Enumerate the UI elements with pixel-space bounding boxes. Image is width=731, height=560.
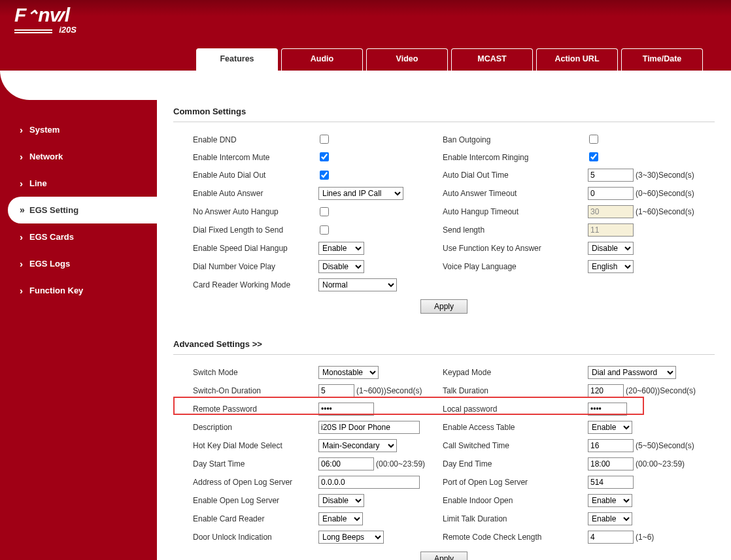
tab-audio[interactable]: Audio — [281, 48, 363, 71]
tab-time-date[interactable]: Time/Date — [621, 48, 703, 71]
tab-action-url[interactable]: Action URL — [536, 48, 618, 71]
ban-outgoing-checkbox[interactable] — [589, 135, 598, 144]
enable-intercom-ringing-label: Enable Intercom Ringing — [443, 152, 586, 163]
day-start-time-input[interactable] — [318, 457, 374, 470]
use-function-key-label: Use Function Key to Answer — [443, 242, 586, 254]
local-password-input[interactable] — [588, 403, 627, 416]
tab-bar: FeaturesAudioVideoMCASTAction URLTime/Da… — [0, 41, 731, 71]
description-label: Description — [193, 421, 317, 433]
auto-answer-timeout-input[interactable] — [588, 187, 634, 200]
switch-mode-select[interactable]: Monostable — [318, 366, 379, 379]
enable-speed-dial-hangup-label: Enable Speed Dial Hangup — [193, 242, 317, 254]
sidebar-item-function-key[interactable]: Function Key — [0, 277, 157, 304]
voice-play-language-select[interactable]: English — [588, 260, 634, 273]
app-header: F⌃nvıl i20S — [0, 0, 731, 41]
dial-fixed-length-checkbox[interactable] — [320, 225, 329, 235]
day-end-time-input[interactable] — [588, 457, 634, 470]
port-open-log-label: Port of Open Log Server — [443, 476, 586, 488]
day-end-time-label: Day End Time — [443, 458, 586, 470]
enable-intercom-mute-checkbox[interactable] — [320, 152, 329, 161]
keypad-mode-label: Keypad Mode — [443, 367, 586, 378]
switch-on-duration-input[interactable] — [318, 384, 354, 397]
sidebar-item-egs-cards[interactable]: EGS Cards — [0, 223, 157, 250]
remote-code-check-length-input[interactable] — [588, 531, 634, 544]
enable-auto-answer-select[interactable]: Lines and IP Call — [318, 187, 403, 200]
enable-intercom-ringing-checkbox[interactable] — [589, 152, 598, 161]
switch-on-duration-hint: (1~600))Second(s) — [356, 386, 422, 395]
tab-video[interactable]: Video — [366, 48, 448, 71]
dial-number-voice-play-select[interactable]: Disable — [318, 260, 364, 273]
auto-answer-timeout-label: Auto Answer Timeout — [443, 188, 586, 199]
brand-name: F⌃nvıl — [14, 5, 731, 25]
sidebar-item-egs-logs[interactable]: EGS Logs — [0, 250, 157, 277]
enable-speed-dial-hangup-select[interactable]: Enable — [318, 242, 364, 255]
call-switched-time-label: Call Switched Time — [443, 440, 586, 452]
auto-dial-out-time-hint: (3~30)Second(s) — [636, 171, 694, 180]
enable-dnd-checkbox[interactable] — [320, 135, 329, 144]
enable-indoor-open-label: Enable Indoor Open — [443, 495, 586, 506]
voice-play-language-label: Voice Play Language — [443, 261, 586, 272]
day-end-time-hint: (00:00~23:59) — [636, 459, 685, 469]
brand-model: i20S — [14, 25, 76, 35]
main-content: Common Settings Enable DND Ban Outgoing … — [157, 71, 731, 560]
sidebar-item-system[interactable]: System — [0, 116, 157, 143]
tab-features[interactable]: Features — [196, 48, 278, 71]
section-common-header: Common Settings — [173, 107, 715, 122]
tab-mcast[interactable]: MCAST — [451, 48, 533, 71]
apply-advanced-button[interactable]: Apply — [420, 552, 468, 560]
sidebar-item-network[interactable]: Network — [0, 143, 157, 170]
no-answer-auto-hangup-checkbox[interactable] — [320, 207, 329, 216]
port-open-log-input[interactable] — [588, 476, 634, 489]
remote-password-label: Remote Password — [193, 403, 317, 415]
sidebar-item-egs-setting[interactable]: EGS Setting — [8, 197, 157, 223]
sidebar-item-line[interactable]: Line — [0, 170, 157, 197]
day-start-time-hint: (00:00~23:59) — [376, 459, 425, 469]
enable-open-log-server-select[interactable]: Disable — [318, 494, 364, 507]
auto-hangup-timeout-hint: (1~60)Second(s) — [636, 207, 694, 216]
keypad-mode-select[interactable]: Dial and Password — [588, 366, 676, 379]
local-password-label: Local password — [443, 403, 586, 415]
apply-common-button[interactable]: Apply — [420, 299, 468, 314]
enable-auto-dial-out-checkbox[interactable] — [320, 171, 329, 180]
call-switched-time-hint: (5~50)Second(s) — [636, 441, 694, 450]
advanced-settings-grid: Switch Mode Monostable Keypad Mode Dial … — [193, 365, 715, 545]
enable-dnd-label: Enable DND — [193, 134, 317, 146]
switch-on-duration-label: Switch-On Duration — [193, 385, 317, 397]
send-length-label: Send length — [443, 224, 586, 236]
enable-card-reader-select[interactable]: Enable — [318, 512, 363, 525]
limit-talk-duration-select[interactable]: Enable — [588, 512, 632, 525]
enable-open-log-server-label: Enable Open Log Server — [193, 495, 317, 506]
call-switched-time-input[interactable] — [588, 439, 634, 452]
enable-access-table-select[interactable]: Enable — [588, 421, 632, 434]
address-open-log-input[interactable] — [318, 476, 420, 489]
section-advanced-header[interactable]: Advanced Settings >> — [173, 339, 715, 355]
dial-fixed-length-label: Dial Fixed Length to Send — [193, 224, 317, 236]
hot-key-dial-mode-select[interactable]: Main-Secondary — [318, 439, 397, 452]
use-function-key-select[interactable]: Disable — [588, 242, 634, 255]
switch-mode-label: Switch Mode — [193, 367, 317, 378]
auto-dial-out-time-input[interactable] — [588, 169, 634, 182]
remote-code-check-length-hint: (1~6) — [636, 533, 654, 542]
auto-answer-timeout-hint: (0~60)Second(s) — [636, 189, 694, 198]
card-reader-mode-select[interactable]: Normal — [318, 278, 397, 291]
ban-outgoing-label: Ban Outgoing — [443, 134, 586, 146]
door-unlock-indication-select[interactable]: Long Beeps — [318, 531, 384, 544]
dial-number-voice-play-label: Dial Number Voice Play — [193, 261, 317, 272]
brand-logo: F⌃nvıl i20S — [14, 5, 731, 35]
card-reader-mode-label: Card Reader Working Mode — [193, 279, 317, 291]
enable-indoor-open-select[interactable]: Enable — [588, 494, 632, 507]
sidebar: SystemNetworkLineEGS SettingEGS CardsEGS… — [0, 71, 157, 560]
day-start-time-label: Day Start Time — [193, 458, 317, 470]
talk-duration-hint: (20~600))Second(s) — [626, 386, 696, 395]
enable-intercom-mute-label: Enable Intercom Mute — [193, 152, 317, 163]
address-open-log-label: Address of Open Log Server — [193, 476, 317, 488]
enable-access-table-label: Enable Access Table — [443, 421, 586, 433]
talk-duration-input[interactable] — [588, 384, 624, 397]
talk-duration-label: Talk Duration — [443, 385, 586, 397]
description-input[interactable] — [318, 421, 420, 434]
door-unlock-indication-label: Door Unlock Indication — [193, 531, 317, 543]
auto-dial-out-time-label: Auto Dial Out Time — [443, 169, 586, 181]
common-settings-grid: Enable DND Ban Outgoing Enable Intercom … — [193, 132, 715, 293]
remote-password-input[interactable] — [318, 403, 374, 416]
auto-hangup-timeout-label: Auto Hangup Timeout — [443, 206, 586, 218]
